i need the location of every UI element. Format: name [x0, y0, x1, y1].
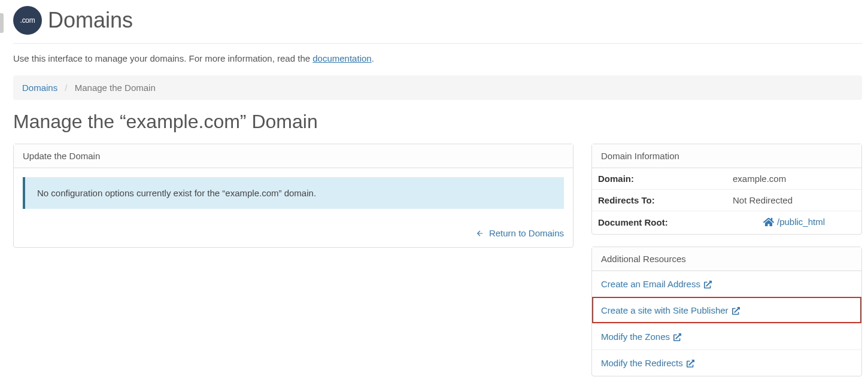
domain-information-heading: Domain Information [592, 144, 861, 168]
list-item: Modify the Zones [592, 323, 861, 350]
return-label: Return to Domains [489, 228, 564, 238]
domain-information-panel: Domain Information Domain: example.com R… [591, 144, 862, 235]
external-link-icon [732, 307, 740, 315]
intro-prefix: Use this interface to manage your domain… [13, 53, 312, 63]
return-to-domains-link[interactable]: Return to Domains [475, 228, 564, 238]
create-site-publisher-label: Create a site with Site Publisher [601, 305, 729, 315]
intro-text: Use this interface to manage your domain… [13, 53, 862, 63]
list-item: Create a site with Site Publisher [592, 297, 861, 323]
breadcrumb: Domains / Manage the Domain [13, 75, 862, 100]
left-edge-stub [0, 13, 4, 33]
redirects-value: Not Redirected [727, 190, 861, 211]
additional-resources-panel: Additional Resources Create an Email Add… [591, 247, 862, 376]
info-alert-text: No configuration options currently exist… [37, 188, 316, 198]
table-row: Domain: example.com [592, 168, 861, 190]
additional-resources-heading: Additional Resources [592, 247, 861, 271]
modify-zones-link[interactable]: Modify the Zones [592, 324, 861, 350]
documentation-link[interactable]: documentation [312, 53, 371, 63]
modify-redirects-link[interactable]: Modify the Redirects [592, 350, 861, 376]
breadcrumb-current: Manage the Domain [75, 83, 156, 93]
create-site-publisher-link[interactable]: Create a site with Site Publisher [592, 297, 861, 323]
domains-logo: .com [13, 6, 42, 35]
modify-zones-label: Modify the Zones [601, 332, 670, 342]
docroot-value: /public_html [777, 217, 825, 227]
domain-key: Domain: [592, 168, 727, 190]
breadcrumb-root-link[interactable]: Domains [22, 83, 57, 93]
page-header: .com Domains [13, 6, 862, 44]
intro-suffix: . [372, 53, 374, 63]
external-link-icon [673, 333, 681, 341]
page-subtitle: Manage the “example.com” Domain [13, 111, 862, 133]
resources-list: Create an Email Address Create a site wi… [592, 271, 861, 376]
document-root-link[interactable]: /public_html [763, 217, 825, 227]
list-item: Modify the Redirects [592, 350, 861, 376]
home-icon [763, 217, 774, 227]
domain-info-table: Domain: example.com Redirects To: Not Re… [592, 168, 861, 234]
return-arrow-icon [475, 229, 484, 238]
external-link-icon [687, 360, 694, 367]
create-email-link[interactable]: Create an Email Address [592, 271, 861, 297]
update-domain-heading: Update the Domain [14, 144, 573, 168]
breadcrumb-separator: / [60, 83, 72, 93]
domain-value: example.com [727, 168, 861, 190]
page-title: Domains [48, 8, 133, 33]
modify-redirects-label: Modify the Redirects [601, 358, 683, 368]
table-row: Redirects To: Not Redirected [592, 190, 861, 211]
table-row: Document Root: /public_html [592, 211, 861, 234]
redirects-key: Redirects To: [592, 190, 727, 211]
update-domain-panel: Update the Domain No configuration optio… [13, 144, 573, 248]
list-item: Create an Email Address [592, 271, 861, 297]
docroot-key: Document Root: [592, 211, 727, 234]
external-link-icon [704, 281, 712, 288]
create-email-label: Create an Email Address [601, 279, 700, 289]
info-alert: No configuration options currently exist… [23, 177, 564, 209]
logo-text: .com [18, 16, 38, 25]
